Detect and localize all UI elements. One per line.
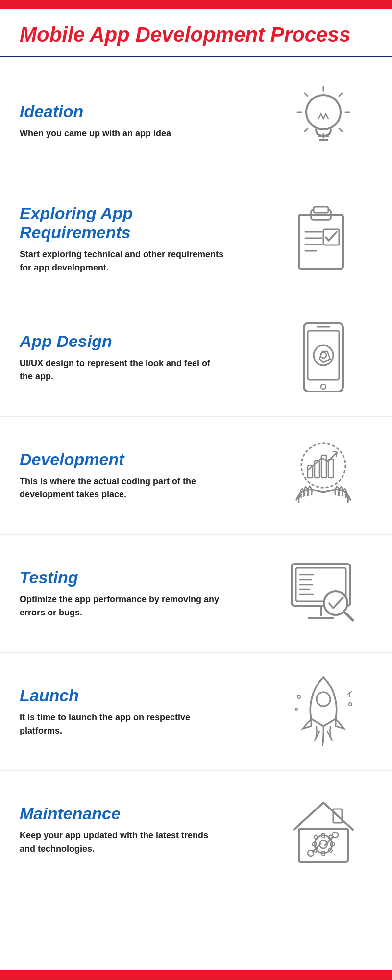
svg-line-35	[344, 612, 353, 620]
phone-design-icon	[274, 313, 372, 401]
step-app-design: App Design UI/UX design to represent the…	[0, 298, 392, 416]
step-exploring-title: Exploring App Requirements	[20, 204, 225, 242]
step-maintenance-desc: Keep your app updated with the latest tr…	[20, 829, 225, 856]
step-launch: Launch It is time to launch the app on r…	[0, 653, 392, 771]
step-exploring-text: Exploring App Requirements Start explori…	[20, 204, 225, 274]
step-ideation: Ideation When you came up with an app id…	[0, 62, 392, 180]
bottom-bar	[0, 970, 392, 980]
step-development: Development This is where the actual cod…	[0, 416, 392, 535]
svg-point-42	[297, 695, 300, 698]
top-bar	[0, 0, 392, 9]
page-title: Mobile App Development Process	[20, 24, 372, 46]
lightbulb-icon	[274, 77, 372, 165]
step-testing-title: Testing	[20, 568, 225, 587]
svg-point-44	[349, 703, 352, 706]
growth-icon	[274, 431, 372, 519]
step-ideation-text: Ideation When you came up with an app id…	[20, 102, 225, 140]
svg-line-7	[305, 93, 308, 96]
step-app-design-text: App Design UI/UX design to represent the…	[20, 332, 225, 383]
step-development-title: Development	[20, 450, 225, 469]
step-launch-desc: It is time to launch the app on respecti…	[20, 711, 225, 737]
page-title-section: Mobile App Development Process	[0, 9, 392, 57]
svg-point-21	[321, 384, 326, 389]
svg-point-59	[308, 850, 314, 856]
svg-line-8	[339, 93, 342, 96]
step-maintenance-text: Maintenance Keep your app updated with t…	[20, 804, 225, 856]
step-app-design-desc: UI/UX design to represent the look and f…	[20, 357, 225, 383]
svg-point-43	[295, 708, 297, 710]
clipboard-icon	[274, 195, 372, 283]
svg-point-41	[317, 692, 330, 706]
step-exploring-desc: Start exploring technical and other requ…	[20, 248, 225, 274]
svg-rect-20	[308, 331, 339, 380]
svg-line-9	[305, 128, 308, 131]
step-launch-text: Launch It is time to launch the app on r…	[20, 686, 225, 737]
svg-rect-29	[328, 459, 333, 478]
step-app-design-title: App Design	[20, 332, 225, 351]
step-ideation-title: Ideation	[20, 102, 225, 121]
step-testing-text: Testing Optimize the app performance by …	[20, 568, 225, 619]
svg-point-0	[306, 95, 341, 129]
rocket-icon	[274, 667, 372, 756]
svg-line-10	[339, 128, 342, 131]
step-maintenance-title: Maintenance	[20, 804, 225, 823]
step-testing-desc: Optimize the app performance by removing…	[20, 593, 225, 619]
step-development-desc: This is where the actual coding part of …	[20, 475, 225, 501]
svg-rect-55	[314, 835, 318, 840]
svg-rect-11	[299, 215, 343, 269]
testing-icon	[274, 549, 372, 637]
step-maintenance: Maintenance Keep your app updated with t…	[0, 771, 392, 898]
svg-point-60	[332, 832, 338, 838]
step-development-text: Development This is where the actual cod…	[20, 450, 225, 501]
maintenance-icon	[274, 785, 372, 874]
svg-rect-13	[314, 207, 328, 213]
svg-rect-19	[304, 323, 343, 392]
step-testing: Testing Optimize the app performance by …	[0, 535, 392, 653]
step-launch-title: Launch	[20, 686, 225, 705]
step-exploring: Exploring App Requirements Start explori…	[0, 180, 392, 298]
content-area: Ideation When you came up with an app id…	[0, 57, 392, 903]
step-ideation-desc: When you came up with an app idea	[20, 127, 225, 140]
